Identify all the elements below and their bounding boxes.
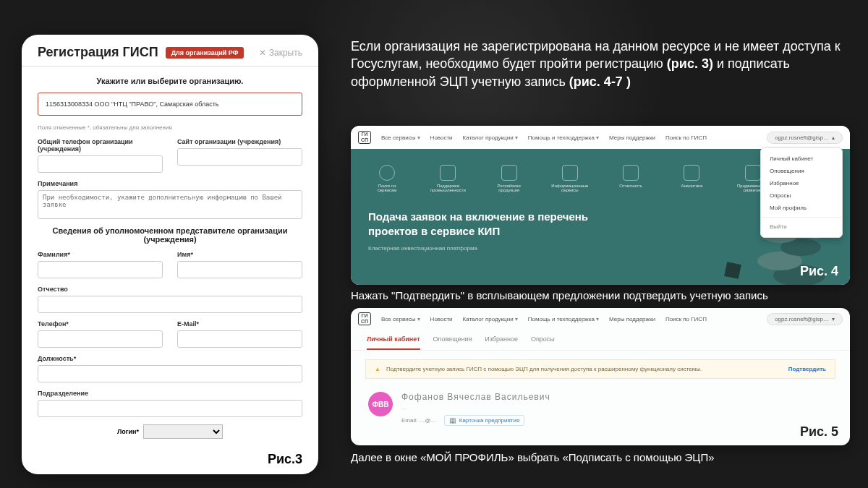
position-label: Должность*: [38, 355, 302, 362]
fig5-screenshot: ГИСП Все сервисы Новости Каталог продукц…: [351, 308, 850, 445]
service-tile[interactable]: Информационные сервисы: [551, 165, 589, 192]
org-selector[interactable]: 1156313008334 ООО "НТЦ "ПРАВО", Самарска…: [38, 93, 302, 116]
product-icon: [501, 165, 517, 181]
tel-label: Телефон*: [38, 320, 163, 328]
dropdown-item[interactable]: Личный кабинет: [761, 153, 842, 165]
intro-text: Если организация не зарегистрирована на …: [351, 38, 850, 90]
notes-label: Примечания: [38, 180, 302, 187]
service-tile[interactable]: Поддержка промышленности: [429, 165, 467, 192]
tab-favorites[interactable]: Избранное: [485, 330, 518, 350]
avatar: ФВВ: [368, 392, 393, 416]
nav-item[interactable]: Меры поддержки: [609, 134, 655, 141]
nav-item[interactable]: Новости: [430, 316, 453, 322]
info-icon: [562, 165, 578, 181]
position-input[interactable]: [38, 365, 302, 382]
nav-item[interactable]: Помощь и техподдержка: [528, 316, 599, 322]
login-select[interactable]: [143, 424, 223, 439]
fig3-registration-form: Регистрация ГИСП Для организаций РФ ✕ За…: [22, 35, 318, 474]
nav-item[interactable]: Помощь и техподдержка: [528, 134, 599, 141]
middlename-label: Отчество: [38, 286, 302, 293]
dropdown-item[interactable]: Мой профиль: [761, 202, 842, 214]
fig4-screenshot: ГИСП Все сервисы Новости Каталог продукц…: [351, 126, 850, 285]
firstname-label: Имя*: [177, 251, 302, 258]
tel-input[interactable]: [38, 330, 163, 348]
dropdown-item[interactable]: Оповещения: [761, 165, 842, 177]
profile-block: ФВВ Фофанов Вячеслав Васильевич … Email:…: [351, 388, 850, 430]
dropdown-logout[interactable]: Выйти: [761, 221, 842, 233]
nav-item[interactable]: Поиск по ГИСП: [665, 316, 707, 322]
nav-item[interactable]: Меры поддержки: [609, 316, 655, 322]
dropdown-item[interactable]: Избранное: [761, 177, 842, 189]
profile-sub: …: [401, 404, 550, 411]
firstname-input[interactable]: [177, 261, 302, 278]
profile-email: Email: …@… 🏢Карточка предприятия: [401, 415, 550, 426]
warning-text: Подтвердите учетную запись ГИСП с помощь…: [386, 366, 702, 372]
phone-input[interactable]: [38, 155, 163, 173]
fig4-topnav: ГИСП Все сервисы Новости Каталог продукц…: [351, 126, 850, 149]
dept-label: Подразделение: [38, 390, 302, 397]
chevron-up-icon: ▴: [832, 134, 835, 141]
gisp-logo-icon: ГИСП: [358, 131, 371, 144]
notes-input[interactable]: [38, 190, 302, 219]
service-tile[interactable]: Поиск по сервисам: [368, 165, 406, 192]
nav-item[interactable]: Все сервисы: [381, 316, 420, 322]
user-menu-button[interactable]: ogpz.rosneft@gisp…▾: [767, 313, 843, 325]
login-label: Логин*: [117, 428, 139, 435]
promo-icon: [745, 165, 761, 181]
service-tile[interactable]: Отчетность: [612, 165, 650, 192]
gisp-logo-icon: ГИСП: [358, 312, 371, 325]
reg-badge: Для организаций РФ: [166, 47, 244, 59]
lastname-label: Фамилия*: [38, 251, 163, 258]
nav-item[interactable]: Каталог продукции: [463, 316, 518, 322]
fig5-caption: Рис. 5: [800, 424, 838, 440]
fig5-topnav: ГИСП Все сервисы Новости Каталог продукц…: [351, 308, 850, 330]
fig3-caption: Рис.3: [268, 452, 302, 467]
email-input[interactable]: [177, 330, 302, 348]
nav-item[interactable]: Каталог продукции: [463, 134, 518, 141]
user-menu-button[interactable]: ogpz.rosneft@gisp…▴: [767, 132, 843, 144]
middlename-input[interactable]: [38, 296, 302, 313]
section-rep: Сведения об уполномоченном представителе…: [38, 226, 302, 244]
search-icon: [379, 165, 395, 181]
email-label: E-Mail*: [177, 320, 302, 328]
user-dropdown: Личный кабинет Оповещения Избранное Опро…: [760, 147, 843, 238]
warning-icon: ▲: [375, 366, 380, 372]
profile-tabs: Личный кабинет Оповещения Избранное Опро…: [351, 330, 850, 351]
nav-item[interactable]: Поиск по ГИСП: [665, 134, 707, 141]
cube-icon: [724, 262, 741, 279]
tab-notifications[interactable]: Оповещения: [433, 330, 472, 350]
service-tile[interactable]: Аналитика: [673, 165, 710, 192]
hero-headline: Подача заявок на включение в перечень пр…: [368, 210, 629, 239]
enterprise-card-link[interactable]: 🏢Карточка предприятия: [444, 415, 525, 426]
dept-input[interactable]: [38, 400, 302, 417]
reg-title: Регистрация ГИСП: [38, 45, 158, 60]
analytics-icon: [684, 165, 699, 181]
nav-item[interactable]: Все сервисы: [381, 134, 420, 141]
profile-name: Фофанов Вячеслав Васильевич: [401, 392, 550, 402]
required-note: Поля отмеченные *, обязательны для запол…: [38, 124, 302, 131]
site-label: Сайт организации (учреждения): [177, 138, 302, 145]
support-icon: [440, 165, 456, 181]
tab-cabinet[interactable]: Личный кабинет: [367, 330, 420, 350]
warning-banner: ▲ Подтвердите учетную запись ГИСП с помо…: [365, 359, 835, 379]
section-choose-org: Укажите или выберите организацию.: [38, 77, 302, 85]
service-tile[interactable]: Российская продукция: [490, 165, 528, 192]
bottom-instruction: Далее в окне «МОЙ ПРОФИЛЬ» выбрать «Подп…: [351, 451, 850, 463]
report-icon: [623, 165, 639, 181]
tab-surveys[interactable]: Опросы: [531, 330, 555, 350]
fig4-caption: Рис. 4: [800, 264, 838, 279]
close-icon[interactable]: ✕ Закрыть: [259, 48, 302, 58]
dropdown-item[interactable]: Опросы: [761, 189, 842, 202]
building-icon: 🏢: [449, 417, 456, 424]
site-input[interactable]: [177, 148, 302, 166]
nav-item[interactable]: Новости: [430, 134, 453, 141]
confirm-link[interactable]: Подтвердить: [788, 366, 826, 372]
phone-label: Общий телефон организации (учреждения): [38, 138, 163, 153]
lastname-input[interactable]: [38, 261, 163, 278]
chevron-down-icon: ▾: [832, 316, 835, 322]
mid-instruction: Нажать "Подтвердить" в всплывающем предл…: [351, 289, 850, 301]
